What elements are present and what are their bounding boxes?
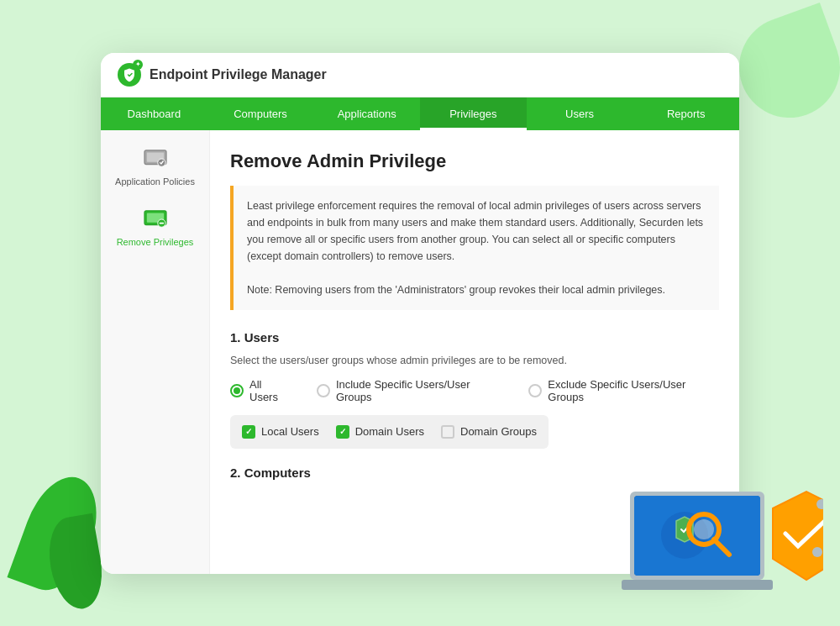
radio-include-specific[interactable]: Include Specific Users/User Groups xyxy=(317,378,503,403)
nav-item-reports[interactable]: Reports xyxy=(633,97,739,130)
radio-label-exclude-specific: Exclude Specific Users/User Groups xyxy=(548,378,719,403)
page-title: Remove Admin Privilege xyxy=(230,150,719,172)
radio-all-users[interactable]: All Users xyxy=(230,378,291,403)
checkbox-box-domain-users xyxy=(336,425,349,439)
radio-label-all-users: All Users xyxy=(249,378,291,403)
note-text: Note: Removing users from the 'Administr… xyxy=(247,281,706,298)
checkbox-local-users[interactable]: Local Users xyxy=(242,425,319,439)
app-logo-icon xyxy=(118,63,141,87)
bg-leaf-top-right xyxy=(725,3,840,132)
radio-label-include-specific: Include Specific Users/User Groups xyxy=(336,378,503,403)
app-header: Endpoint Privilege Manager xyxy=(101,53,739,97)
user-radio-group: All Users Include Specific Users/User Gr… xyxy=(230,378,719,403)
checkbox-box-domain-groups xyxy=(441,425,454,439)
user-checkbox-group: Local Users Domain Users Domain Groups xyxy=(230,415,549,449)
info-box: Least privilege enforcement requires the… xyxy=(230,186,719,310)
info-text: Least privilege enforcement requires the… xyxy=(247,197,706,265)
nav-item-computers[interactable]: Computers xyxy=(207,97,314,130)
svg-rect-14 xyxy=(622,580,773,590)
app-title: Endpoint Privilege Manager xyxy=(150,67,327,82)
radio-circle-include-specific xyxy=(317,384,330,397)
section1-title: 1. Users xyxy=(230,330,719,345)
svg-point-12 xyxy=(694,519,714,539)
nav-item-privileges[interactable]: Privileges xyxy=(420,97,527,130)
remove-privileges-icon xyxy=(140,208,171,231)
nav-item-dashboard[interactable]: Dashboard xyxy=(101,97,207,130)
sidebar: Application Policies Remove Privileges xyxy=(101,130,210,574)
checkbox-label-domain-users: Domain Users xyxy=(355,425,424,438)
section1-subtitle: Select the users/user groups whose admin… xyxy=(230,355,719,366)
checkbox-label-domain-groups: Domain Groups xyxy=(460,425,537,438)
sidebar-item-label-application-policies: Application Policies xyxy=(115,176,195,187)
radio-circle-all-users xyxy=(230,384,244,397)
checkbox-domain-groups[interactable]: Domain Groups xyxy=(441,425,537,439)
radio-circle-exclude-specific xyxy=(528,384,542,397)
nav-bar: Dashboard Computers Applications Privile… xyxy=(101,97,739,130)
nav-item-applications[interactable]: Applications xyxy=(313,97,420,130)
sidebar-item-label-remove-privileges: Remove Privileges xyxy=(117,236,194,248)
sidebar-item-remove-privileges[interactable]: Remove Privileges xyxy=(101,197,209,258)
checkbox-domain-users[interactable]: Domain Users xyxy=(336,425,424,439)
checkbox-label-local-users: Local Users xyxy=(261,425,319,438)
nav-item-users[interactable]: Users xyxy=(527,97,633,130)
section-users: 1. Users Select the users/user groups wh… xyxy=(230,330,719,449)
radio-exclude-specific[interactable]: Exclude Specific Users/User Groups xyxy=(528,378,719,403)
svg-point-19 xyxy=(812,547,822,557)
checkbox-box-local-users xyxy=(242,425,255,439)
illustration xyxy=(605,441,823,609)
application-policies-icon xyxy=(140,147,171,171)
sidebar-item-application-policies[interactable]: Application Policies xyxy=(101,137,209,197)
